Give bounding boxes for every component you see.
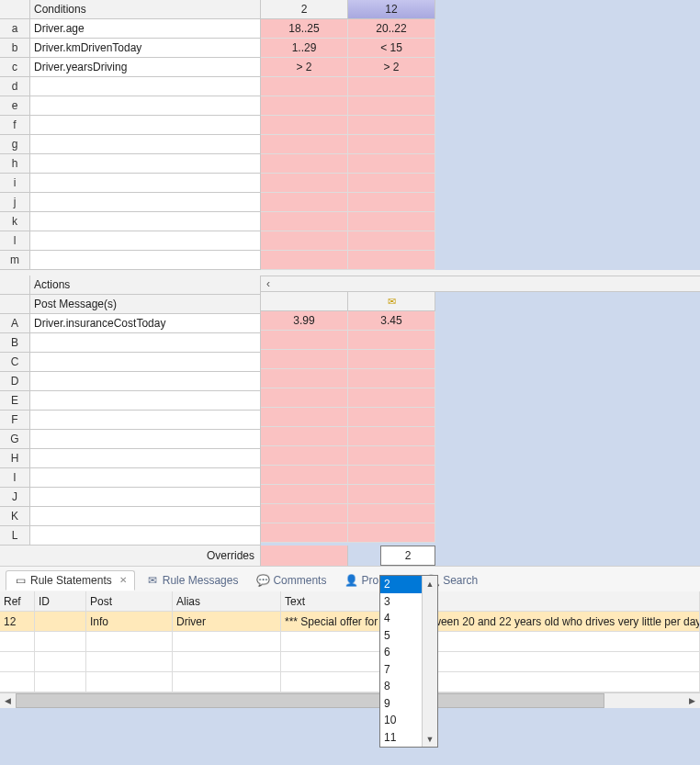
dropdown-item[interactable]: 7: [380, 661, 422, 679]
col-ref[interactable]: Ref: [0, 591, 35, 612]
act-cell[interactable]: 3.45: [348, 311, 435, 331]
cond-row-header[interactable]: j: [0, 193, 30, 212]
cond-row-label[interactable]: Driver.yearsDriving: [30, 58, 261, 77]
dropdown-item[interactable]: 3: [380, 593, 422, 611]
col-id[interactable]: ID: [35, 591, 86, 612]
act-row-header[interactable]: G: [0, 430, 30, 449]
overrides-dropdown[interactable]: 234567891011 ▲ ▼: [379, 575, 438, 748]
act-row-label[interactable]: [30, 372, 261, 391]
dropdown-item[interactable]: 10: [380, 712, 422, 729]
act-row-label[interactable]: Driver.insuranceCostToday: [30, 314, 261, 333]
cond-cell[interactable]: [261, 193, 348, 212]
cond-cell[interactable]: [348, 251, 435, 270]
table-row[interactable]: [0, 672, 700, 692]
cond-row-header[interactable]: g: [0, 135, 30, 154]
scroll-right-icon[interactable]: ▶: [684, 696, 700, 705]
table-row[interactable]: [0, 652, 700, 672]
cond-row-label[interactable]: [30, 231, 261, 251]
act-row-label[interactable]: [30, 507, 261, 526]
act-row-header[interactable]: F: [0, 411, 30, 430]
cond-cell[interactable]: < 15: [348, 39, 435, 58]
cond-row-header[interactable]: c: [0, 58, 30, 77]
act-row-header[interactable]: D: [0, 372, 30, 391]
act-row-header[interactable]: K: [0, 507, 30, 526]
cond-cell[interactable]: [261, 174, 348, 193]
scroll-down-icon[interactable]: ▼: [423, 731, 437, 747]
cond-col-header[interactable]: 12: [348, 0, 435, 19]
cond-row-label[interactable]: [30, 154, 261, 174]
act-row-header[interactable]: I: [0, 468, 30, 488]
dropdown-item[interactable]: 8: [380, 678, 422, 695]
post-msg-cell[interactable]: [261, 292, 348, 311]
act-cell[interactable]: [261, 485, 348, 504]
cond-cell[interactable]: [348, 116, 435, 135]
cond-cell[interactable]: 1..29: [261, 39, 348, 58]
tab-comments[interactable]: 💬 Comments: [249, 571, 333, 590]
cond-row-header[interactable]: f: [0, 116, 30, 135]
cond-row-header[interactable]: a: [0, 19, 30, 39]
cond-cell[interactable]: [348, 154, 435, 174]
cond-row-label[interactable]: [30, 135, 261, 154]
act-row-label[interactable]: [30, 488, 261, 507]
cond-cell[interactable]: [261, 231, 348, 251]
act-cell[interactable]: [348, 331, 435, 350]
cond-cell[interactable]: [261, 116, 348, 135]
act-row-header[interactable]: J: [0, 488, 30, 507]
cond-row-label[interactable]: [30, 193, 261, 212]
act-row-label[interactable]: [30, 333, 261, 353]
scroll-left-icon[interactable]: ◀: [0, 696, 16, 705]
act-row-header[interactable]: E: [0, 391, 30, 411]
act-cell[interactable]: [261, 504, 348, 523]
act-cell[interactable]: [261, 408, 348, 427]
cond-cell[interactable]: > 2: [348, 58, 435, 77]
cond-cell[interactable]: [348, 231, 435, 251]
cond-row-label[interactable]: Driver.kmDrivenToday: [30, 39, 261, 58]
dropdown-item[interactable]: 4: [380, 610, 422, 627]
act-cell[interactable]: [261, 350, 348, 369]
dropdown-item[interactable]: 2: [380, 576, 422, 593]
dropdown-item[interactable]: 6: [380, 644, 422, 661]
act-cell[interactable]: [348, 350, 435, 369]
act-cell[interactable]: [348, 388, 435, 408]
cond-col-header[interactable]: 2: [261, 0, 348, 19]
act-row-header[interactable]: A: [0, 314, 30, 333]
act-cell[interactable]: [348, 369, 435, 388]
cond-cell[interactable]: [261, 251, 348, 270]
act-cell[interactable]: [261, 388, 348, 408]
tab-rule messages[interactable]: ✉ Rule Messages: [139, 571, 246, 590]
act-row-header[interactable]: B: [0, 333, 30, 353]
act-row-label[interactable]: [30, 430, 261, 449]
act-row-header[interactable]: L: [0, 526, 30, 546]
act-cell[interactable]: [261, 523, 348, 543]
col-post[interactable]: Post: [86, 591, 173, 612]
act-row-label[interactable]: [30, 411, 261, 430]
act-cell[interactable]: [348, 466, 435, 485]
act-row-label[interactable]: [30, 391, 261, 411]
cond-row-header[interactable]: h: [0, 154, 30, 174]
cond-row-header[interactable]: e: [0, 96, 30, 116]
cond-row-header[interactable]: d: [0, 77, 30, 96]
act-cell[interactable]: [261, 427, 348, 446]
cond-row-label[interactable]: [30, 116, 261, 135]
act-cell[interactable]: [261, 331, 348, 350]
act-cell[interactable]: [348, 408, 435, 427]
cond-cell[interactable]: > 2: [261, 58, 348, 77]
cond-row-label[interactable]: [30, 77, 261, 96]
cond-cell[interactable]: [261, 77, 348, 96]
cond-row-header[interactable]: b: [0, 39, 30, 58]
cond-cell[interactable]: [348, 77, 435, 96]
cond-row-label[interactable]: Driver.age: [30, 19, 261, 39]
dropdown-item[interactable]: 11: [380, 729, 422, 747]
act-row-header[interactable]: C: [0, 353, 30, 372]
cond-cell[interactable]: [348, 212, 435, 231]
act-cell[interactable]: [348, 504, 435, 523]
cond-row-header[interactable]: m: [0, 251, 30, 270]
cond-row-label[interactable]: [30, 212, 261, 231]
cond-cell[interactable]: [261, 96, 348, 116]
cond-cell[interactable]: 18..25: [261, 19, 348, 39]
dropdown-scrollbar[interactable]: ▲ ▼: [422, 576, 437, 747]
act-cell[interactable]: [261, 369, 348, 388]
scroll-up-icon[interactable]: ▲: [423, 576, 437, 591]
cond-cell[interactable]: [261, 135, 348, 154]
bottom-hscroll[interactable]: ◀ ▶: [0, 692, 700, 708]
